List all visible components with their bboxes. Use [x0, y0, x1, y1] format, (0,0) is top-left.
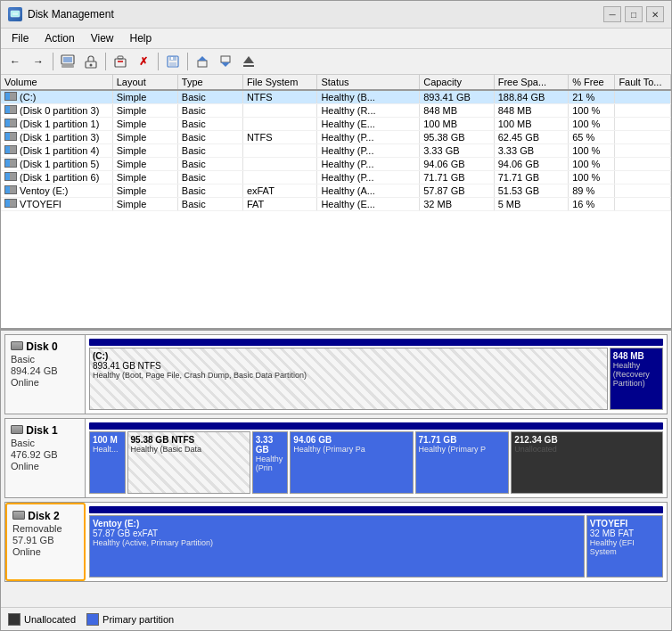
cell-layout: Simple: [112, 184, 177, 198]
partition-block-4[interactable]: 71.71 GBHealthy (Primary P: [415, 431, 510, 494]
maximize-button[interactable]: □: [625, 6, 643, 22]
part-label: 212.34 GB: [514, 435, 660, 445]
minimize-button[interactable]: ─: [603, 6, 621, 22]
disk-parts-row: (C:)893.41 GB NTFSHealthy (Boot, Page Fi…: [89, 348, 663, 410]
cell-fs: [242, 171, 317, 184]
partition-block-3[interactable]: 94.06 GBHealthy (Primary Pa: [290, 431, 413, 494]
eject-button[interactable]: [238, 51, 259, 72]
cell-fault: [615, 90, 671, 104]
disk-size: 894.24 GB: [11, 365, 79, 376]
cell-volume: (Disk 1 partition 1): [1, 118, 112, 131]
table-row[interactable]: Ventoy (E:) Simple Basic exFAT Healthy (…: [1, 184, 671, 198]
partition-block-0[interactable]: 100 MHealt...: [89, 431, 126, 494]
cell-pct: 89 %: [569, 184, 615, 198]
remove-button[interactable]: [110, 51, 131, 72]
menu-help[interactable]: Help: [123, 30, 160, 46]
partition-block-5[interactable]: 212.34 GBUnallocated: [511, 431, 663, 494]
menu-view[interactable]: View: [84, 30, 121, 46]
table-row[interactable]: (Disk 1 partition 4) Simple Basic Health…: [1, 144, 671, 158]
disk-name: Disk 0: [11, 340, 79, 353]
properties-button[interactable]: [80, 51, 102, 72]
cell-fault: [615, 158, 671, 171]
table-row[interactable]: (Disk 1 partition 6) Simple Basic Health…: [1, 171, 671, 184]
table-row[interactable]: VTOYEFI Simple Basic FAT Healthy (E... 3…: [1, 198, 671, 211]
cell-type: Basic: [177, 144, 242, 158]
cell-type: Basic: [177, 184, 242, 198]
partition-block-0[interactable]: Ventoy (E:)57.87 GB exFATHealthy (Active…: [89, 515, 585, 578]
legend-unallocated-box: [8, 613, 20, 626]
cell-type: Basic: [177, 158, 242, 171]
cell-fs: FAT: [242, 198, 317, 211]
table-row[interactable]: (Disk 0 partition 3) Simple Basic Health…: [1, 104, 671, 118]
col-header-fault[interactable]: Fault To...: [615, 75, 671, 90]
cell-pct: 100 %: [569, 171, 615, 184]
back-button[interactable]: ←: [4, 51, 26, 72]
col-header-pct[interactable]: % Free: [569, 75, 615, 90]
title-bar-controls: ─ □ ✕: [603, 6, 664, 22]
col-header-fs[interactable]: File System: [242, 75, 317, 90]
volume-icon: [4, 172, 17, 181]
cell-layout: Simple: [112, 131, 177, 144]
toolbar-separator-1: [53, 53, 53, 70]
cell-layout: Simple: [112, 171, 177, 184]
table-row[interactable]: (Disk 1 partition 5) Simple Basic Health…: [1, 158, 671, 171]
cell-layout: Simple: [112, 90, 177, 104]
menu-file[interactable]: File: [4, 30, 36, 46]
col-header-layout[interactable]: Layout: [112, 75, 177, 90]
disk-info-disk1: Disk 1 Basic 476.92 GB Online: [5, 419, 86, 497]
partition-block-0[interactable]: (C:)893.41 GB NTFSHealthy (Boot, Page Fi…: [89, 348, 608, 410]
up-button[interactable]: [192, 51, 213, 72]
svg-marker-18: [243, 56, 254, 63]
part-label: 848 MB: [613, 351, 660, 361]
legend-unallocated-label: Unallocated: [24, 614, 76, 625]
cell-pct: 21 %: [569, 90, 615, 104]
cell-capacity: 3.33 GB: [420, 144, 495, 158]
cell-status: Healthy (A...: [317, 184, 420, 198]
col-header-type[interactable]: Type: [177, 75, 242, 90]
partition-block-1[interactable]: 95.38 GB NTFSHealthy (Basic Data: [127, 431, 250, 494]
delete-button[interactable]: ✗: [133, 51, 154, 72]
toolbar-separator-3: [158, 53, 159, 70]
cell-capacity: 32 MB: [420, 198, 495, 211]
legend-bar: Unallocated Primary partition: [1, 607, 671, 630]
cell-volume: (Disk 0 partition 3): [1, 104, 112, 118]
part-label: 100 M: [93, 435, 122, 445]
cell-free: 848 MB: [494, 104, 569, 118]
close-button[interactable]: ✕: [646, 6, 664, 22]
save-button[interactable]: [162, 51, 184, 72]
cell-capacity: 893.41 GB: [420, 90, 495, 104]
toolbar: ← → ✗: [1, 49, 671, 75]
col-header-status[interactable]: Status: [317, 75, 420, 90]
disk-status: Online: [11, 377, 79, 388]
cell-capacity: 100 MB: [420, 118, 495, 131]
legend-primary-box: [86, 613, 99, 626]
volume-table[interactable]: Volume Layout Type File System Status Ca…: [1, 75, 671, 331]
partition-block-1[interactable]: 848 MBHealthy (Recovery Partition): [610, 348, 663, 410]
cell-volume: (Disk 1 partition 5): [1, 158, 112, 171]
svg-rect-13: [171, 57, 173, 60]
part-info: Healthy (Boot, Page File, Crash Dump, Ba…: [93, 371, 604, 380]
cell-layout: Simple: [112, 118, 177, 131]
col-header-volume[interactable]: Volume: [1, 75, 112, 90]
partition-block-1[interactable]: VTOYEFI32 MB FATHealthy (EFI System: [586, 515, 663, 578]
volume-icon: [4, 119, 17, 127]
part-label: (C:): [93, 351, 604, 361]
down-button[interactable]: [215, 51, 236, 72]
menu-action[interactable]: Action: [37, 30, 81, 46]
partition-block-2[interactable]: 3.33 GBHealthy (Prin: [252, 431, 289, 494]
cell-type: Basic: [177, 198, 242, 211]
part-info: Unallocated: [514, 445, 660, 454]
forward-button[interactable]: →: [28, 51, 49, 72]
window-title: Disk Management: [28, 8, 114, 20]
cell-type: Basic: [177, 104, 242, 118]
col-header-free[interactable]: Free Spa...: [494, 75, 569, 90]
table-row[interactable]: (Disk 1 partition 1) Simple Basic Health…: [1, 118, 671, 131]
disk-type: Basic: [11, 354, 79, 365]
col-header-capacity[interactable]: Capacity: [420, 75, 495, 90]
disk-info-disk0: Disk 0 Basic 894.24 GB Online: [5, 335, 86, 414]
cell-free: 100 MB: [494, 118, 569, 131]
disk-name: Disk 1: [11, 424, 79, 437]
table-row[interactable]: (Disk 1 partition 3) Simple Basic NTFS H…: [1, 131, 671, 144]
table-row[interactable]: (C:) Simple Basic NTFS Healthy (B... 893…: [1, 90, 671, 104]
show-button[interactable]: [57, 51, 78, 72]
